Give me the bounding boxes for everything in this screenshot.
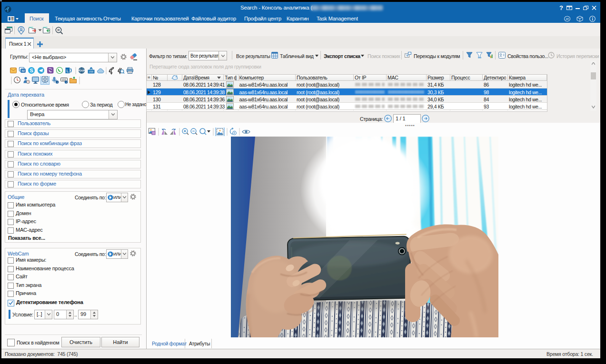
svg-text:L: L [67, 69, 69, 73]
svg-text:ID: ID [58, 29, 60, 31]
svg-text:HTTP: HTTP [79, 69, 84, 71]
svg-text:FTP: FTP [89, 71, 93, 73]
svg-text:API: API [566, 18, 569, 20]
svg-text:IM: IM [22, 69, 25, 72]
svg-text:S: S [30, 68, 33, 73]
